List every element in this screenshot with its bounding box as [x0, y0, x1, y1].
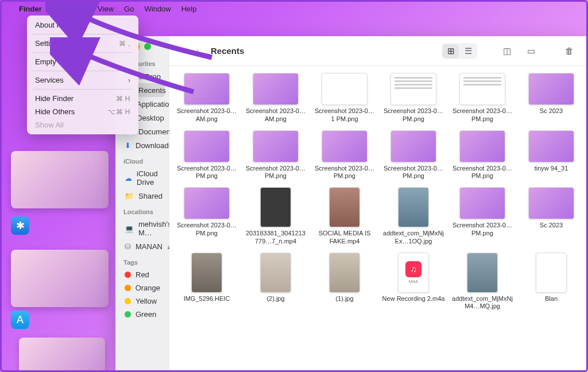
sidebar-label: iCloud Drive	[137, 169, 160, 187]
file-thumbnail: ♫M4A	[398, 253, 429, 293]
file-thumbnail	[459, 130, 505, 162]
menubar-go[interactable]: Go	[124, 5, 134, 13]
file-name: 203183381_3041213779…7_n.mp4	[244, 230, 307, 246]
file-item[interactable]: addtext_com_MjMxNjM4…MQ.jpg	[450, 253, 515, 311]
file-item[interactable]: Sc 2023	[519, 73, 584, 123]
file-item[interactable]: Screenshot 2023-0…PM.png	[381, 130, 446, 181]
menu-hide-others[interactable]: Hide Others⌥⌘ H	[27, 105, 138, 118]
sidebar-item-manan[interactable]: ⛁MANAN⏏	[120, 239, 165, 253]
file-item[interactable]: Screenshot 2023-0…PM.png	[174, 187, 239, 246]
file-thumbnail	[322, 130, 368, 162]
sidebar-label: Desktop	[137, 114, 164, 122]
file-item[interactable]: Screenshot 2023-0…AM.png	[174, 73, 239, 123]
file-item[interactable]: SOCIAL MEDIA IS FAKE.mp4	[312, 187, 377, 246]
sidebar-tag-orange[interactable]: Orange	[120, 281, 165, 294]
file-thumbnail	[528, 130, 574, 162]
menu-hide-finder[interactable]: Hide Finder⌘ H	[27, 92, 138, 105]
file-item[interactable]: Screenshot 2023-0…PM.png	[174, 130, 239, 181]
file-item[interactable]: ♫M4ANew Recording 2.m4a	[381, 253, 446, 311]
file-thumbnail	[467, 253, 498, 293]
file-name: Blan	[545, 295, 558, 303]
menu-separator	[33, 89, 133, 90]
sidebar-item-downloads[interactable]: ⬇Downloads	[120, 138, 165, 152]
safari-dock-icon[interactable]: ✱	[11, 216, 29, 235]
file-name: Screenshot 2023-0…PM.png	[451, 107, 514, 123]
menubar-window[interactable]: Window	[144, 5, 171, 13]
nav-forward-button[interactable]: ›	[195, 45, 200, 57]
file-name: Screenshot 2023-0…1 PM.png	[313, 107, 376, 123]
view-icons-button[interactable]: ⊞	[443, 44, 459, 58]
file-thumbnail	[528, 187, 574, 219]
sidebar-item-shared[interactable]: 📁Shared	[120, 189, 165, 203]
tag-dot-icon	[125, 311, 131, 317]
file-thumbnail	[253, 130, 299, 162]
view-mode-group: ⊞ ☰	[442, 43, 477, 59]
sidebar-label: AirDrop	[136, 72, 161, 81]
file-item[interactable]: Screenshot 2023-0…PM.png	[450, 130, 515, 181]
file-item[interactable]: addtext_com_MjMxNjEx…1OQ.jpg	[381, 187, 446, 246]
finder-window: Favourites ⊚AirDrop 🕑Recents ⒶApplicatio…	[115, 36, 588, 372]
laptop-icon: 💻	[125, 224, 134, 233]
file-name: tinyw 94_31	[535, 165, 568, 173]
nav-back-button[interactable]: ‹	[181, 45, 187, 57]
desktop-window-preview[interactable]	[11, 250, 109, 307]
menu-about-finder[interactable]: About Find	[27, 18, 138, 32]
sidebar-item-icloud-drive[interactable]: ☁iCloud Drive	[120, 167, 165, 189]
finder-content: ‹ › Recents ⊞ ☰ ◫ ▭ 🗑 Screenshot 2023-0……	[169, 36, 588, 372]
file-thumbnail	[390, 130, 436, 162]
sidebar-item-mac[interactable]: 💻mehvish's M…	[120, 218, 165, 239]
menu-empty-bin[interactable]: Empty Bin…	[27, 55, 138, 68]
file-item[interactable]: Screenshot 2023-0…PM.png	[450, 187, 515, 246]
file-name: Screenshot 2023-0…PM.png	[382, 107, 445, 123]
file-item[interactable]: (1).jpg	[312, 253, 377, 311]
cloud-icon: ☁	[125, 173, 132, 183]
file-item[interactable]: IMG_5296.HEIC	[174, 253, 239, 311]
file-thumbnail	[260, 187, 291, 227]
menubar: Finder File Edit View Go Window Help	[2, 2, 586, 16]
file-item[interactable]: Screenshot 2023-0…PM.png	[381, 73, 446, 123]
file-item[interactable]: Screenshot 2023-0…PM.png	[312, 130, 377, 181]
file-item[interactable]: (2).jpg	[243, 253, 308, 311]
desktop-window-preview[interactable]	[11, 151, 109, 208]
file-item[interactable]: tinyw 94_31	[519, 130, 584, 181]
file-item[interactable]: Screenshot 2023-0…1 PM.png	[312, 73, 377, 123]
file-name: (1).jpg	[335, 295, 353, 303]
menu-services[interactable]: Services›	[27, 73, 138, 87]
desktop-window-preview[interactable]	[19, 338, 105, 372]
sidebar-label: Documents	[138, 127, 169, 136]
file-grid: Screenshot 2023-0…AM.png Screenshot 2023…	[169, 66, 588, 372]
file-item[interactable]: Blan	[519, 253, 584, 311]
menubar-help[interactable]: Help	[181, 5, 197, 13]
maximize-button[interactable]	[144, 43, 151, 50]
trash-button[interactable]: 🗑	[561, 44, 577, 58]
music-icon: ♫	[405, 261, 421, 277]
file-name: Screenshot 2023-0…PM.png	[382, 165, 445, 181]
menubar-edit[interactable]: Edit	[75, 5, 87, 13]
view-gallery-button[interactable]: ▭	[523, 44, 539, 58]
sidebar-label: mehvish's M…	[138, 220, 169, 237]
file-item[interactable]: Screenshot 2023-0…PM.png	[450, 73, 515, 123]
file-row: IMG_5296.HEIC (2).jpg (1).jpg ♫M4ANew Re…	[174, 253, 584, 311]
menubar-view[interactable]: View	[98, 5, 114, 13]
file-item[interactable]: 203183381_3041213779…7_n.mp4	[243, 187, 308, 246]
file-item[interactable]: Sc 2023	[519, 187, 584, 246]
file-item[interactable]: Screenshot 2023-0…PM.png	[243, 130, 308, 181]
menubar-file[interactable]: File	[52, 5, 64, 13]
file-item[interactable]: Screenshot 2023-0…AM.png	[243, 73, 308, 123]
sidebar-tag-red[interactable]: Red	[120, 268, 165, 281]
view-list-button[interactable]: ☰	[460, 44, 476, 58]
sidebar-tag-green[interactable]: Green	[120, 308, 165, 321]
sidebar-label: Shared	[138, 192, 163, 200]
file-row: Screenshot 2023-0…PM.png Screenshot 2023…	[174, 130, 584, 181]
view-columns-button[interactable]: ◫	[499, 44, 515, 58]
appstore-dock-icon[interactable]: A	[11, 311, 29, 329]
menu-settings[interactable]: Settings…⌘ ,	[27, 37, 138, 50]
sidebar-label: Green	[136, 310, 156, 319]
sidebar-tag-yellow[interactable]: Yellow	[120, 294, 165, 308]
chevron-right-icon: ›	[128, 76, 130, 84]
menu-label: Show All	[35, 121, 64, 129]
file-thumbnail	[390, 73, 436, 105]
file-name: (2).jpg	[266, 295, 284, 303]
finder-toolbar: ‹ › Recents ⊞ ☰ ◫ ▭ 🗑	[169, 36, 588, 66]
menubar-app[interactable]: Finder	[19, 5, 42, 13]
